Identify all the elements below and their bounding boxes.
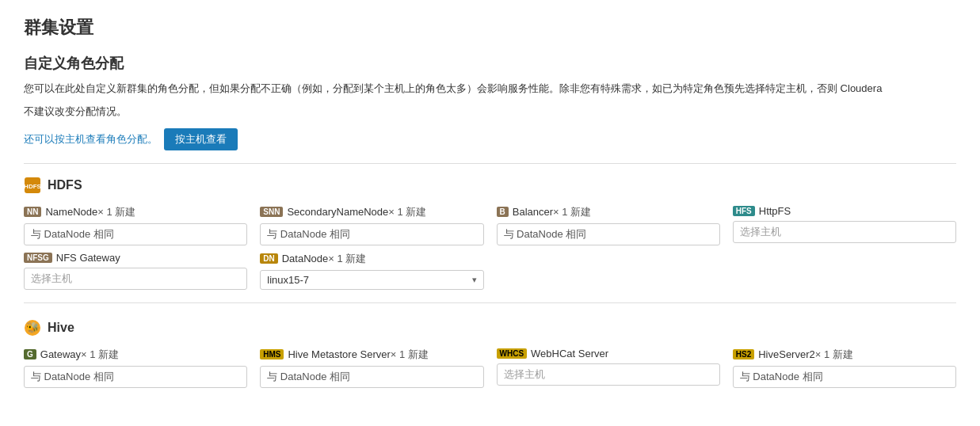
- role-label-webhcat-server: WHCSWebHCat Server: [497, 348, 720, 359]
- role-count-gateway: × 1 新建: [81, 348, 119, 362]
- service-name-hdfs: HDFS: [48, 178, 82, 192]
- host-view-link[interactable]: 还可以按主机查看角色分配。: [24, 132, 158, 146]
- description-line1: 您可以在此处自定义新群集的角色分配，但如果分配不正确（例如，分配到某个主机上的角…: [24, 81, 956, 97]
- service-name-hive: Hive: [48, 321, 74, 335]
- role-badge-namenode: NN: [24, 207, 41, 217]
- role-name-datanode: DataNode: [282, 253, 329, 264]
- role-item-0-0-3: HFSHttpFS选择主机: [733, 205, 956, 245]
- svg-text:HDFS: HDFS: [24, 183, 41, 190]
- role-label-gateway: GGateway × 1 新建: [24, 348, 247, 362]
- role-count-hive-metastore-server: × 1 新建: [391, 348, 429, 362]
- roles-row-1-0: GGateway × 1 新建与 DataNode 相同HMSHive Meta…: [24, 348, 956, 388]
- role-item-0-1-2: [497, 252, 720, 290]
- role-badge-balancer: B: [497, 207, 509, 217]
- page-title: 群集设置: [24, 16, 956, 40]
- role-name-gateway: Gateway: [40, 348, 81, 360]
- role-label-datanode: DNDataNode × 1 新建: [260, 252, 483, 266]
- role-count-hiveserver2: × 1 新建: [815, 348, 853, 362]
- role-name-hive-metastore-server: Hive Metastore Server: [288, 348, 390, 360]
- role-badge-secondarynamenode: SNN: [260, 207, 283, 217]
- role-label-hive-metastore-server: HMSHive Metastore Server × 1 新建: [260, 348, 483, 362]
- role-badge-webhcat-server: WHCS: [497, 348, 528, 359]
- role-input-gateway[interactable]: 与 DataNode 相同: [24, 366, 247, 388]
- role-badge-gateway: G: [24, 349, 36, 359]
- role-item-0-0-0: NNNameNode × 1 新建与 DataNode 相同: [24, 205, 247, 245]
- role-item-1-0-2: WHCSWebHCat Server选择主机: [497, 348, 720, 388]
- role-badge-hiveserver2: HS2: [733, 349, 754, 359]
- role-count-secondarynamenode: × 1 新建: [388, 205, 426, 219]
- role-input-hive-metastore-server[interactable]: 与 DataNode 相同: [260, 366, 483, 388]
- role-label-balancer: BBalancer × 1 新建: [497, 205, 720, 219]
- role-count-namenode: × 1 新建: [97, 205, 135, 219]
- role-item-0-1-3: [733, 252, 956, 290]
- role-label-namenode: NNNameNode × 1 新建: [24, 205, 247, 219]
- role-name-hiveserver2: HiveServer2: [758, 348, 815, 360]
- service-icon-hive: 🐝: [24, 319, 41, 337]
- role-item-0-0-1: SNNSecondaryNameNode × 1 新建与 DataNode 相同: [260, 205, 483, 245]
- role-name-namenode: NameNode: [45, 206, 97, 218]
- role-label-hiveserver2: HS2HiveServer2 × 1 新建: [733, 348, 956, 362]
- role-item-1-0-1: HMSHive Metastore Server × 1 新建与 DataNod…: [260, 348, 483, 388]
- divider-top: [24, 163, 956, 164]
- role-badge-nfs-gateway: NFSG: [24, 253, 52, 263]
- role-count-datanode: × 1 新建: [328, 252, 366, 266]
- role-name-nfs-gateway: NFS Gateway: [56, 252, 120, 264]
- role-badge-hive-metastore-server: HMS: [260, 349, 284, 359]
- role-item-0-1-1: DNDataNode × 1 新建linux15-7▾: [260, 252, 483, 290]
- view-by-host-button[interactable]: 按主机查看: [164, 128, 238, 150]
- role-name-httpfs: HttpFS: [759, 205, 791, 217]
- role-badge-httpfs: HFS: [733, 206, 755, 216]
- role-name-balancer: Balancer: [513, 206, 553, 218]
- role-dropdown-datanode[interactable]: linux15-7▾: [260, 270, 483, 290]
- role-badge-datanode: DN: [260, 253, 277, 264]
- role-input-namenode[interactable]: 与 DataNode 相同: [24, 223, 247, 245]
- dropdown-arrow-icon: ▾: [472, 275, 477, 285]
- role-label-secondarynamenode: SNNSecondaryNameNode × 1 新建: [260, 205, 483, 219]
- role-count-balancer: × 1 新建: [553, 205, 591, 219]
- role-name-webhcat-server: WebHCat Server: [531, 348, 608, 359]
- role-input-secondarynamenode[interactable]: 与 DataNode 相同: [260, 223, 483, 245]
- role-name-secondarynamenode: SecondaryNameNode: [287, 206, 388, 218]
- custom-role-title: 自定义角色分配: [24, 54, 956, 73]
- description-line2: 不建议改变分配情况。: [24, 104, 956, 120]
- service-section-hdfs: HDFSHDFSNNNameNode × 1 新建与 DataNode 相同SN…: [24, 177, 956, 303]
- role-input-balancer[interactable]: 与 DataNode 相同: [497, 223, 720, 245]
- role-input-webhcat-server[interactable]: 选择主机: [497, 363, 720, 386]
- service-icon-hdfs: HDFS: [24, 177, 41, 194]
- roles-row-0-1: NFSGNFS Gateway选择主机DNDataNode × 1 新建linu…: [24, 252, 956, 290]
- service-section-hive: 🐝HiveGGateway × 1 新建与 DataNode 相同HMSHive…: [24, 319, 956, 388]
- role-input-httpfs[interactable]: 选择主机: [733, 221, 956, 243]
- svg-text:🐝: 🐝: [26, 321, 40, 334]
- role-item-1-0-3: HS2HiveServer2 × 1 新建与 DataNode 相同: [733, 348, 956, 388]
- roles-row-0-0: NNNameNode × 1 新建与 DataNode 相同SNNSeconda…: [24, 205, 956, 245]
- role-input-nfs-gateway[interactable]: 选择主机: [24, 268, 247, 290]
- service-header-hdfs: HDFSHDFS: [24, 177, 956, 194]
- role-item-0-1-0: NFSGNFS Gateway选择主机: [24, 252, 247, 290]
- role-item-1-0-0: GGateway × 1 新建与 DataNode 相同: [24, 348, 247, 388]
- role-input-hiveserver2[interactable]: 与 DataNode 相同: [733, 366, 956, 388]
- divider-0: [24, 302, 956, 303]
- role-item-0-0-2: BBalancer × 1 新建与 DataNode 相同: [497, 205, 720, 245]
- service-header-hive: 🐝Hive: [24, 319, 956, 337]
- role-label-nfs-gateway: NFSGNFS Gateway: [24, 252, 247, 264]
- role-label-httpfs: HFSHttpFS: [733, 205, 956, 217]
